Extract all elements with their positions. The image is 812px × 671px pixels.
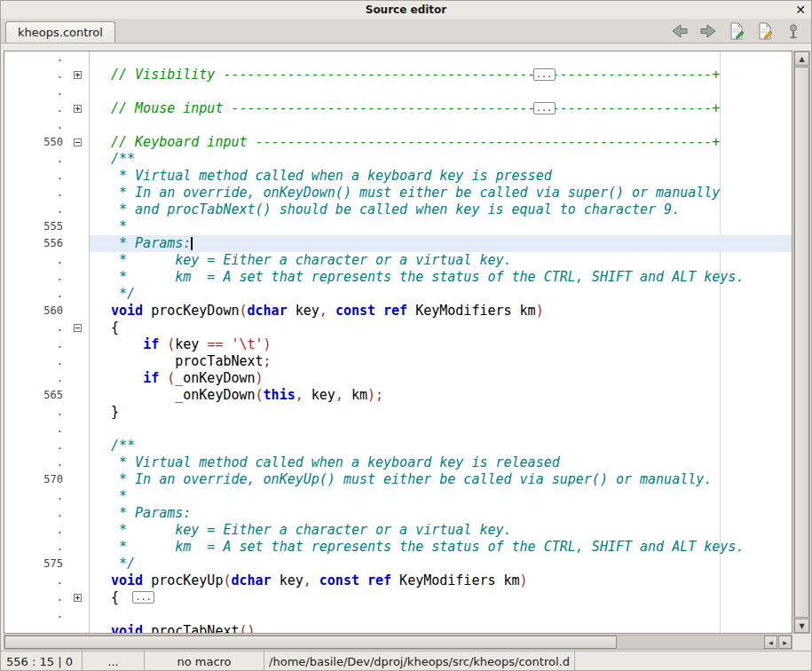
detach-editor-button[interactable] xyxy=(783,20,804,42)
tab-kheops-control[interactable]: kheops.control xyxy=(5,21,115,43)
code-line[interactable]: . xyxy=(4,117,792,134)
edit-document-button[interactable] xyxy=(726,20,747,42)
go-back-button[interactable] xyxy=(669,20,690,42)
fold-collapse-icon[interactable] xyxy=(74,324,82,332)
vertical-scrollbar[interactable]: ▲ ▼ xyxy=(793,51,810,634)
save-document-button[interactable] xyxy=(754,20,776,42)
code-line-text[interactable]: * In an override, onKeyUp() must either … xyxy=(90,471,792,488)
code-line[interactable]: ./** xyxy=(4,151,792,168)
code-line-text[interactable] xyxy=(90,51,792,67)
fold-expand-icon[interactable] xyxy=(74,594,82,602)
code-line[interactable]: . * key = Either a character or a virtua… xyxy=(4,252,792,269)
code-line[interactable]: . xyxy=(4,421,792,438)
fold-expand-icon[interactable] xyxy=(74,71,82,79)
code-line[interactable]: . * km = A set that represents the statu… xyxy=(4,539,792,556)
code-line-text[interactable]: * and procTabNext() should be called whe… xyxy=(90,201,792,218)
code-line[interactable]: . * Virtual method called when a keyboar… xyxy=(4,168,792,185)
code-line-text[interactable]: * xyxy=(90,488,792,505)
code-line[interactable]: . if (_onKeyDown) xyxy=(4,370,792,387)
code-line[interactable]: . * key = Either a character or a virtua… xyxy=(4,522,792,539)
fold-column xyxy=(67,168,89,185)
code-line[interactable]: 550// Keyboard input -------------------… xyxy=(4,134,792,151)
code-line-text[interactable]: { xyxy=(90,320,792,336)
code-line-text[interactable]: {... xyxy=(90,589,792,606)
code-line-text[interactable]: * km = A set that represents the status … xyxy=(90,269,792,286)
code-line-text[interactable] xyxy=(90,606,792,623)
code-line[interactable]: 560void procKeyDown(dchar key, const ref… xyxy=(4,303,792,320)
code-line-text[interactable]: if (key == '\t') xyxy=(90,336,792,353)
code-line[interactable]: . xyxy=(4,606,792,623)
code-line[interactable]: . */ xyxy=(4,286,792,303)
code-line-text[interactable]: * Params: xyxy=(90,505,792,522)
fold-collapse-icon[interactable] xyxy=(74,138,82,146)
code-line[interactable]: 570 * In an override, onKeyUp() must eit… xyxy=(4,471,792,488)
code-line-text[interactable]: _onKeyDown(this, key, km); xyxy=(90,387,792,404)
code-line[interactable]: 555 * xyxy=(4,218,792,235)
code-line[interactable]: . * km = A set that represents the statu… xyxy=(4,269,792,286)
scroll-up-button[interactable]: ▲ xyxy=(794,51,809,66)
code-line-text[interactable] xyxy=(90,117,792,134)
code-line-text[interactable]: // Visibility --------------------------… xyxy=(90,67,792,83)
code-line-text[interactable]: * Virtual method called when a keyboard … xyxy=(90,454,792,471)
code-line-text[interactable]: void procKeyUp(dchar key, const ref KeyM… xyxy=(90,572,792,589)
code-line-text[interactable]: * In an override, onKeyDown() must eithe… xyxy=(90,185,792,201)
code-line[interactable]: .// Mouse input ------------------------… xyxy=(4,100,792,117)
code-line-text[interactable]: * key = Either a character or a virtual … xyxy=(90,522,792,539)
code-line-text[interactable]: * Params: xyxy=(90,235,792,252)
code-line[interactable]: .void procTabNext() xyxy=(4,623,792,635)
collapsed-code-icon[interactable]: ... xyxy=(533,68,556,81)
code-line-text[interactable]: procTabNext; xyxy=(90,353,792,370)
code-line-text[interactable]: * Virtual method called when a keyboard … xyxy=(90,168,792,185)
code-line[interactable]: ./** xyxy=(4,438,792,454)
code-line-text[interactable] xyxy=(90,83,792,100)
line-number: . xyxy=(4,168,67,185)
code-line-text[interactable] xyxy=(90,421,792,438)
code-line[interactable]: . * Params: xyxy=(4,505,792,522)
code-line[interactable]: . * and procTabNext() should be called w… xyxy=(4,201,792,218)
code-line-text[interactable]: * km = A set that represents the status … xyxy=(90,539,792,556)
code-line-text[interactable]: } xyxy=(90,404,792,421)
code-line[interactable]: .{... xyxy=(4,589,792,606)
vertical-scrollbar-thumb[interactable] xyxy=(794,67,809,618)
scroll-right-button[interactable]: ▸ xyxy=(778,635,792,649)
horizontal-scrollbar[interactable]: ◂ ▸ xyxy=(4,635,792,650)
status-caret-position: 556 : 15 | 0 xyxy=(1,651,83,671)
code-line-text[interactable]: * xyxy=(90,218,792,235)
fold-expand-icon[interactable] xyxy=(74,105,82,113)
code-line[interactable]: 556 * Params: xyxy=(4,235,792,252)
code-editor[interactable]: ..// Visibility ------------------------… xyxy=(4,51,792,634)
go-forward-button[interactable] xyxy=(698,20,719,42)
fold-column xyxy=(67,623,89,635)
code-line-text[interactable]: void procKeyDown(dchar key, const ref Ke… xyxy=(90,303,792,320)
code-line[interactable]: . procTabNext; xyxy=(4,353,792,370)
code-line[interactable]: . * xyxy=(4,488,792,505)
collapsed-code-icon[interactable]: ... xyxy=(533,102,556,114)
code-line-text[interactable]: /** xyxy=(90,151,792,168)
code-line[interactable]: 575 */ xyxy=(4,556,792,572)
close-window-button[interactable]: ✕ xyxy=(795,2,806,18)
code-line-text[interactable]: */ xyxy=(90,286,792,303)
code-line[interactable]: .} xyxy=(4,404,792,421)
code-line[interactable]: .{ xyxy=(4,320,792,336)
scroll-down-button[interactable]: ▼ xyxy=(794,619,809,633)
code-line[interactable]: . if (key == '\t') xyxy=(4,336,792,353)
code-line[interactable]: . xyxy=(4,83,792,100)
code-line-text[interactable]: * key = Either a character or a virtual … xyxy=(90,252,792,269)
code-line-text[interactable]: // Mouse input -------------------------… xyxy=(90,100,792,117)
code-line[interactable]: .void procKeyUp(dchar key, const ref Key… xyxy=(4,572,792,589)
code-line-text[interactable]: /** xyxy=(90,438,792,454)
code-line[interactable]: .// Visibility -------------------------… xyxy=(4,67,792,83)
code-line[interactable]: . xyxy=(4,51,792,67)
code-line-text[interactable]: if (_onKeyDown) xyxy=(90,370,792,387)
collapsed-code-icon[interactable]: ... xyxy=(132,591,154,604)
code-line[interactable]: 565 _onKeyDown(this, key, km); xyxy=(4,387,792,404)
scroll-left-button[interactable]: ◂ xyxy=(764,635,777,649)
code-line[interactable]: . * Virtual method called when a keyboar… xyxy=(4,454,792,471)
code-line-text[interactable]: void procTabNext() xyxy=(90,623,792,635)
fold-column xyxy=(67,218,89,235)
fold-column xyxy=(67,505,89,522)
code-line-text[interactable]: */ xyxy=(90,556,792,572)
horizontal-scrollbar-thumb[interactable] xyxy=(4,635,617,649)
code-line-text[interactable]: // Keyboard input ----------------------… xyxy=(90,134,792,151)
code-line[interactable]: . * In an override, onKeyDown() must eit… xyxy=(4,185,792,201)
